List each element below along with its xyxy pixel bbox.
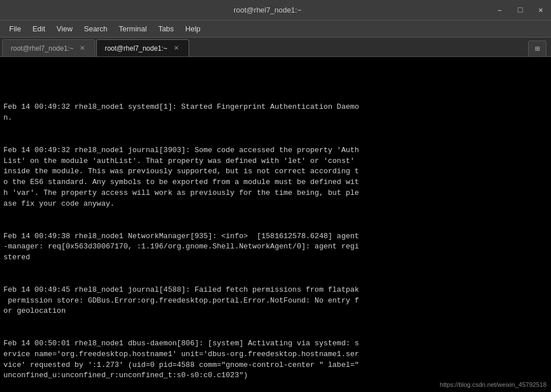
- tab-1-close[interactable]: ✕: [78, 44, 87, 52]
- title-bar: root@rhel7_node1:~ – □ ✕: [0, 0, 551, 21]
- terminal-line-1: Feb 14 00:49:32 rhel8_node1 systemd[1]: …: [3, 102, 548, 124]
- menu-bar: File Edit View Search Terminal Tabs Help: [0, 21, 551, 38]
- menu-view[interactable]: View: [52, 23, 77, 35]
- close-button[interactable]: ✕: [530, 0, 551, 21]
- terminal-line-3: Feb 14 00:49:38 rhel8_node1 NetworkManag…: [3, 231, 548, 264]
- window-title: root@rhel7_node1:~: [46, 6, 489, 14]
- terminal-content: Feb 14 00:49:32 rhel8_node1 systemd[1]: …: [3, 81, 548, 392]
- minimize-button[interactable]: –: [489, 0, 510, 21]
- title-bar-controls: – □ ✕: [489, 0, 551, 21]
- menu-terminal[interactable]: Terminal: [115, 23, 152, 35]
- terminal-line-5: Feb 14 00:50:01 rhel8_node1 dbus-daemon[…: [3, 338, 548, 381]
- maximize-button[interactable]: □: [510, 0, 530, 21]
- tab-utility-button[interactable]: ⊞: [528, 40, 546, 56]
- menu-help[interactable]: Help: [181, 23, 205, 35]
- tab-1-label: root@rhel7_node1:~: [11, 44, 74, 52]
- menu-edit[interactable]: Edit: [28, 23, 50, 35]
- menu-search[interactable]: Search: [79, 23, 112, 35]
- tab-2[interactable]: root@rhel7_node1:~ ✕: [96, 39, 189, 56]
- tab-2-label: root@rhel7_node1:~: [105, 44, 168, 52]
- terminal-line-4: Feb 14 00:49:45 rhel8_node1 journal[4588…: [3, 285, 548, 317]
- tab-2-close[interactable]: ✕: [172, 44, 181, 52]
- menu-tabs[interactable]: Tabs: [154, 23, 178, 35]
- terminal-line-2: Feb 14 00:49:32 rhel8_node1 journal[3903…: [3, 145, 548, 210]
- watermark: https://blog.csdn.net/weixin_45792518: [440, 381, 546, 390]
- terminal-area[interactable]: Feb 14 00:49:32 rhel8_node1 systemd[1]: …: [0, 57, 551, 392]
- tab-1[interactable]: root@rhel7_node1:~ ✕: [2, 39, 95, 56]
- menu-file[interactable]: File: [5, 23, 26, 35]
- tab-bar: root@rhel7_node1:~ ✕ root@rhel7_node1:~ …: [0, 38, 551, 57]
